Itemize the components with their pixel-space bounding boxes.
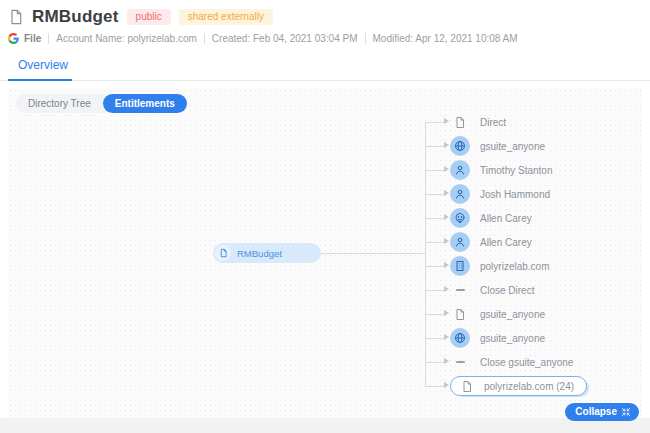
entitlement-row: polyrizelab.com (24) (425, 374, 587, 398)
document-icon (215, 245, 231, 261)
entitlement-row: Direct (425, 110, 587, 134)
user-icon (450, 160, 470, 180)
connector-branch (425, 290, 444, 291)
arrow-icon (444, 262, 449, 268)
entitlement-leaf[interactable]: Direct (450, 112, 506, 132)
user-icon (450, 184, 470, 204)
entitlement-row: Timothy Stanton (425, 158, 587, 182)
root-node-label: RMBudget (237, 248, 282, 259)
document-icon (450, 304, 470, 324)
entitlement-row: Allen Carey (425, 206, 587, 230)
entitlement-row: Josh Hammond (425, 182, 587, 206)
entitlement-leaf[interactable]: Timothy Stanton (450, 160, 552, 180)
arrow-icon (444, 190, 449, 196)
entitlement-label: polyrizelab.com (480, 261, 549, 272)
modified-date: Modified: Apr 12, 2021 10:08 AM (373, 33, 518, 44)
arrow-icon (444, 286, 449, 292)
entitlement-label: Direct (480, 117, 506, 128)
entitlement-label: polyrizelab.com (24) (484, 381, 574, 392)
separator (48, 33, 49, 44)
entitlement-leaf[interactable]: polyrizelab.com (450, 256, 549, 276)
arrow-icon (444, 118, 449, 124)
connector-line (321, 253, 425, 254)
connector-branch (425, 194, 444, 195)
entitlement-leaf[interactable]: gsuite_anyone (450, 304, 545, 324)
entitlement-list: Directgsuite_anyoneTimothy StantonJosh H… (425, 110, 587, 398)
root-file-node[interactable]: RMBudget (213, 243, 321, 263)
document-icon (457, 376, 477, 396)
globe-icon (450, 328, 470, 348)
entitlement-label: Josh Hammond (480, 189, 550, 200)
entitlement-label: gsuite_anyone (480, 141, 545, 152)
tab-bar: Overview (0, 54, 650, 81)
connector-branch (425, 362, 444, 363)
globe-icon (450, 136, 470, 156)
entitlement-leaf[interactable]: Allen Carey (450, 208, 532, 228)
entitlement-label: Close gsuite_anyone (480, 357, 573, 368)
entitlement-leaf[interactable]: Josh Hammond (450, 184, 550, 204)
entitlement-row: Close Direct (425, 278, 587, 302)
entitlement-leaf[interactable]: Close gsuite_anyone (450, 352, 573, 372)
entitlement-label: Close Direct (480, 285, 534, 296)
document-icon (450, 112, 470, 132)
dash-icon (450, 280, 470, 300)
entitlement-leaf[interactable]: Close Direct (450, 280, 534, 300)
entitlements-canvas: Directory Tree Entitlements RMBudget Dir… (8, 88, 642, 418)
entitlement-row: Allen Carey (425, 230, 587, 254)
arrow-icon (444, 238, 449, 244)
anonymous-icon (450, 208, 470, 228)
entitlement-leaf[interactable]: gsuite_anyone (450, 136, 545, 156)
file-meta-row: File Account Name: polyrizelab.com Creat… (8, 33, 640, 44)
entitlement-leaf[interactable]: gsuite_anyone (450, 328, 545, 348)
entitlement-group-node[interactable]: polyrizelab.com (24) (450, 376, 587, 396)
entitlement-leaf[interactable]: Allen Carey (450, 232, 532, 252)
entitlement-row: gsuite_anyone (425, 326, 587, 350)
entitlement-label: gsuite_anyone (480, 333, 545, 344)
separator (365, 33, 366, 44)
connector-branch (425, 266, 444, 267)
connector-branch (425, 314, 444, 315)
account-name: Account Name: polyrizelab.com (56, 33, 197, 44)
entitlement-row: Close gsuite_anyone (425, 350, 587, 374)
arrow-icon (444, 166, 449, 172)
entitlement-label: Allen Carey (480, 237, 532, 248)
arrow-icon (444, 214, 449, 220)
arrow-icon (444, 382, 449, 388)
connector-branch (425, 146, 444, 147)
collapse-icon (621, 407, 631, 417)
title-row: RMBudget public shared externally (8, 7, 640, 27)
entitlement-row: polyrizelab.com (425, 254, 587, 278)
connector-branch (425, 170, 444, 171)
view-toggle: Directory Tree Entitlements (16, 94, 187, 113)
entitlement-label: Allen Carey (480, 213, 532, 224)
connector-branch (425, 218, 444, 219)
tab-overview[interactable]: Overview (8, 54, 86, 80)
google-logo-icon (8, 33, 19, 44)
document-icon (8, 8, 24, 26)
connector-branch (425, 122, 444, 123)
arrow-icon (444, 142, 449, 148)
collapse-button-label: Collapse (575, 407, 617, 417)
arrow-icon (444, 358, 449, 364)
page-header: RMBudget public shared externally File A… (0, 0, 650, 44)
collapse-button[interactable]: Collapse (565, 403, 639, 421)
entitlement-row: gsuite_anyone (425, 134, 587, 158)
file-type-label: File (24, 33, 41, 44)
entitlement-row: gsuite_anyone (425, 302, 587, 326)
separator (204, 33, 205, 44)
public-badge: public (127, 9, 171, 25)
created-date: Created: Feb 04, 2021 03:04 PM (212, 33, 358, 44)
toggle-entitlements[interactable]: Entitlements (103, 94, 187, 113)
user-icon (450, 232, 470, 252)
connector-branch (425, 242, 444, 243)
connector-branch (425, 338, 444, 339)
page-title: RMBudget (32, 7, 119, 27)
dash-icon (450, 352, 470, 372)
arrow-icon (444, 334, 449, 340)
entitlement-label: gsuite_anyone (480, 309, 545, 320)
file-details-page: RMBudget public shared externally File A… (0, 0, 650, 418)
toggle-directory-tree[interactable]: Directory Tree (16, 94, 103, 113)
arrow-icon (444, 310, 449, 316)
organization-icon (450, 256, 470, 276)
entitlement-label: Timothy Stanton (480, 165, 552, 176)
